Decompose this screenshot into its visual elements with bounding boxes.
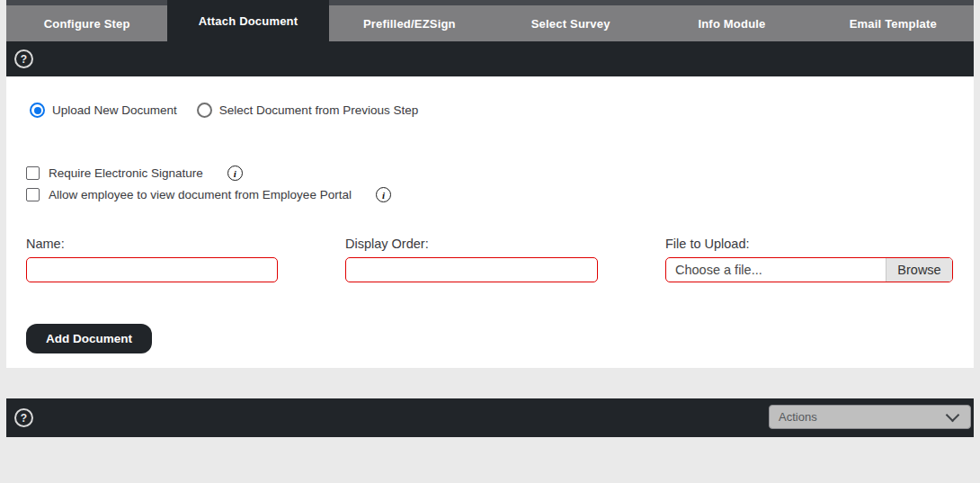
top-toolbar: ? [6, 41, 974, 76]
display-order-label: Display Order: [345, 237, 598, 251]
allow-employee-view-checkbox[interactable] [26, 188, 40, 201]
radio-unselected-icon[interactable] [197, 103, 212, 118]
browse-button[interactable]: Browse [886, 258, 952, 282]
file-upload-label: File to Upload: [665, 237, 953, 251]
checkbox-label: Require Electronic Signature [49, 166, 203, 180]
tab-email-template[interactable]: Email Template [813, 5, 974, 41]
tab-select-survey[interactable]: Select Survey [490, 5, 651, 41]
help-icon[interactable]: ? [14, 49, 33, 68]
radio-upload-new-document[interactable]: Upload New Document [30, 103, 177, 118]
tab-info-module[interactable]: Info Module [651, 5, 812, 41]
radio-label: Upload New Document [52, 103, 177, 117]
name-field-group: Name: [26, 237, 278, 282]
document-source-radio-group: Upload New Document Select Document from… [30, 103, 418, 118]
step-tabs: Configure Step Attach Document Prefilled… [6, 0, 974, 41]
attach-document-panel: Upload New Document Select Document from… [6, 76, 974, 368]
info-icon[interactable]: i [376, 187, 391, 202]
display-order-input[interactable] [345, 257, 598, 282]
info-icon[interactable]: i [227, 165, 243, 181]
bottom-toolbar: ? Actions [6, 398, 974, 437]
name-label: Name: [26, 237, 278, 251]
help-icon[interactable]: ? [14, 408, 33, 427]
attach-document-page: Configure Step Attach Document Prefilled… [0, 0, 980, 483]
actions-dropdown-value: Actions [770, 410, 948, 424]
tab-configure-step[interactable]: Configure Step [6, 5, 167, 41]
add-document-button[interactable]: Add Document [26, 324, 152, 353]
allow-employee-view-row: Allow employee to view document from Emp… [26, 187, 391, 202]
require-esignature-checkbox[interactable] [26, 166, 40, 180]
file-upload-field-group: File to Upload: Choose a file... Browse [665, 237, 953, 282]
radio-select-document-previous-step[interactable]: Select Document from Previous Step [197, 103, 418, 118]
require-esignature-row: Require Electronic Signature i [26, 165, 243, 181]
file-chosen-text: Choose a file... [666, 258, 886, 282]
file-upload-input[interactable]: Choose a file... Browse [665, 257, 953, 282]
radio-selected-icon[interactable] [30, 103, 45, 118]
display-order-field-group: Display Order: [345, 237, 598, 282]
tab-attach-document[interactable]: Attach Document [167, 0, 328, 41]
checkbox-label: Allow employee to view document from Emp… [49, 188, 352, 201]
actions-dropdown[interactable]: Actions [769, 405, 971, 429]
radio-label: Select Document from Previous Step [219, 103, 418, 117]
name-input[interactable] [26, 257, 278, 282]
chevron-down-icon [946, 408, 960, 423]
tab-prefilled-ezsign[interactable]: Prefilled/EZSign [329, 5, 490, 41]
